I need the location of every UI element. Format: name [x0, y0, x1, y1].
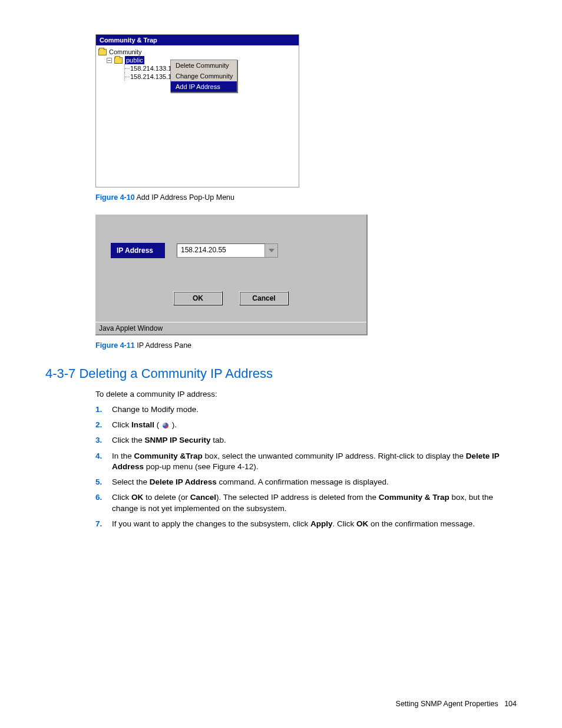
community-trap-panel: Community & Trap Community – public 158.… — [95, 34, 299, 187]
tree-ip-item[interactable]: 158.214.135.1 — [130, 73, 171, 81]
step-number: 6. — [95, 492, 112, 513]
ip-address-pane: IP Address 158.214.20.55 OK Cancel Java … — [95, 215, 368, 335]
tree-line-icon — [124, 64, 130, 73]
step-item: 6. Click OK to delete (or Cancel). The s… — [95, 492, 517, 513]
figure-caption: Figure 4-11 IP Address Pane — [95, 341, 517, 350]
panel-title: Community & Trap — [96, 35, 299, 45]
figure-caption: Figure 4-10 Add IP Address Pop-Up Menu — [95, 193, 517, 202]
step-number: 5. — [95, 477, 112, 487]
tree-ip-item[interactable]: 158.214.133.1 — [130, 64, 171, 73]
step-body: Change to Modify mode. — [112, 404, 517, 415]
step-item: 4. In the Community &Trap box, select th… — [95, 451, 517, 472]
figure-label: Figure 4-10 — [95, 193, 135, 202]
step-body: Click OK to delete (or Cancel). The sele… — [112, 492, 517, 513]
footer-section-title: Setting SNMP Agent Properties — [396, 700, 498, 708]
section-intro: To delete a community IP address: — [95, 390, 517, 398]
step-number: 3. — [95, 435, 112, 446]
step-item: 5. Select the Delete IP Address command.… — [95, 477, 517, 487]
step-number: 1. — [95, 404, 112, 415]
chevron-down-icon — [269, 249, 275, 252]
ip-address-input[interactable]: 158.214.20.55 — [177, 243, 265, 258]
step-item: 3. Click the SNMP IP Security tab. — [95, 435, 517, 446]
step-item: 7. If you want to apply the changes to t… — [95, 519, 517, 529]
menu-item-add-ip-address[interactable]: Add IP Address — [171, 81, 237, 92]
step-body: Click Install ( ). — [112, 420, 517, 430]
figure-caption-text: Add IP Address Pop-Up Menu — [135, 193, 234, 202]
page-number: 104 — [504, 700, 517, 708]
folder-icon — [98, 49, 107, 55]
community-tree[interactable]: Community – public 158.214.133.1 158.214… — [96, 45, 299, 187]
tree-root-label[interactable]: Community — [109, 48, 142, 56]
applet-status-bar: Java Applet Window — [95, 322, 366, 334]
step-number: 4. — [95, 451, 112, 472]
figure-caption-text: IP Address Pane — [135, 341, 191, 350]
install-icon — [161, 421, 170, 430]
page-footer: Setting SNMP Agent Properties 104 — [396, 700, 517, 708]
step-body: Select the Delete IP Address command. A … — [112, 477, 517, 487]
step-item: 1. Change to Modify mode. — [95, 404, 517, 415]
context-menu: Delete Community Change Community Add IP… — [170, 60, 237, 93]
folder-icon — [114, 57, 123, 64]
tree-node-public[interactable]: public — [125, 56, 144, 64]
tree-line-icon — [124, 73, 130, 81]
ip-address-label: IP Address — [111, 243, 165, 258]
step-number: 7. — [95, 519, 112, 529]
step-item: 2. Click Install ( ). — [95, 420, 517, 430]
menu-item-delete-community[interactable]: Delete Community — [171, 60, 237, 71]
svg-marker-0 — [269, 249, 275, 252]
section-heading: 4-3-7 Deleting a Community IP Address — [45, 366, 517, 381]
ok-button[interactable]: OK — [173, 291, 223, 305]
tree-collapse-icon[interactable]: – — [107, 58, 112, 63]
cancel-button[interactable]: Cancel — [239, 291, 289, 305]
ip-dropdown-button[interactable] — [265, 243, 278, 258]
step-body: In the Community &Trap box, select the u… — [112, 451, 517, 472]
step-number: 2. — [95, 420, 112, 430]
step-body: Click the SNMP IP Security tab. — [112, 435, 517, 446]
menu-item-change-community[interactable]: Change Community — [171, 71, 237, 81]
steps-list: 1. Change to Modify mode. 2. Click Insta… — [95, 404, 517, 529]
figure-label: Figure 4-11 — [95, 341, 135, 350]
step-body: If you want to apply the changes to the … — [112, 519, 517, 529]
